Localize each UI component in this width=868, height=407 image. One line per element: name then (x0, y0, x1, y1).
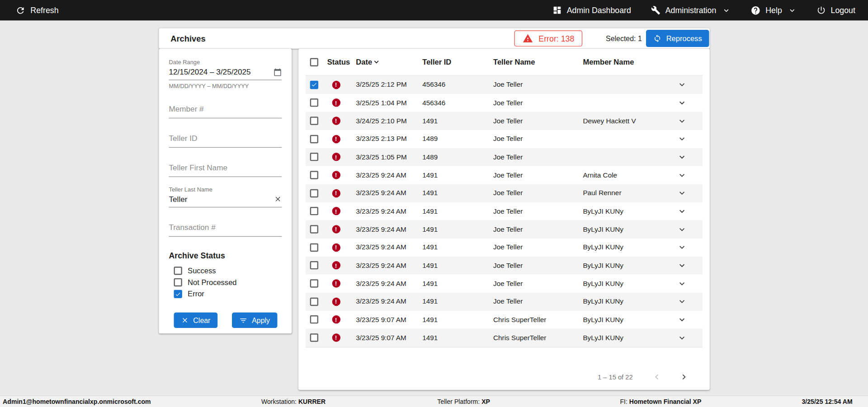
table-row[interactable]: 3/23/25 9:24 AM 1491 Joe Teller ByLyJI K… (306, 239, 703, 257)
teller-last-name-input[interactable] (169, 195, 274, 204)
row-date: 3/23/25 9:24 AM (350, 298, 417, 305)
row-teller-id: 1491 (417, 334, 488, 342)
select-all-checkbox[interactable] (310, 58, 318, 66)
table-row[interactable]: 3/23/25 9:07 AM 1491 Chris SuperTeller B… (306, 329, 703, 347)
row-checkbox[interactable] (310, 261, 318, 269)
error-status-icon (332, 135, 340, 143)
row-checkbox[interactable] (310, 243, 318, 251)
row-checkbox[interactable] (310, 189, 318, 197)
row-checkbox[interactable] (310, 333, 318, 342)
table-row[interactable]: 3/23/25 9:24 AM 1491 Joe Teller ByLyJI K… (306, 275, 703, 293)
next-page-button[interactable] (679, 372, 689, 382)
row-date: 3/24/25 2:10 PM (350, 117, 417, 125)
status-bar: Admin1@hometownfinancialxp.onmicrosoft.c… (0, 396, 868, 407)
column-header-teller-id[interactable]: Teller ID (417, 58, 488, 66)
administration-menu[interactable]: Administration (651, 5, 731, 15)
reprocess-button[interactable]: Reprocess (646, 30, 709, 47)
row-expand-button[interactable] (677, 98, 687, 108)
date-range-input[interactable]: 12/15/2024 – 3/25/2025 (169, 65, 282, 80)
row-date: 3/25/25 2:12 PM (350, 81, 417, 89)
row-expand-button[interactable] (677, 225, 687, 234)
table-row[interactable]: 3/24/25 2:10 PM 1491 Joe Teller Dewey Ha… (306, 112, 703, 130)
table-row[interactable]: 3/23/25 9:24 AM 1491 Joe Teller ByLyJI K… (306, 202, 703, 220)
table-row[interactable]: 3/23/25 9:24 AM 1491 Joe Teller ByLyJI K… (306, 220, 703, 239)
error-status-icon (332, 333, 340, 342)
logout-label: Logout (831, 6, 855, 15)
table-row[interactable]: 3/23/25 9:24 AM 1491 Joe Teller Arnita C… (306, 166, 703, 184)
row-member-name: Paul Renner (578, 189, 671, 197)
row-checkbox[interactable] (310, 225, 318, 233)
table-row[interactable]: 3/23/25 9:24 AM 1491 Joe Teller ByLyJI K… (306, 293, 703, 311)
selected-count: Selected: 1 (606, 34, 642, 42)
column-header-teller-name[interactable]: Teller Name (488, 58, 578, 66)
teller-id-input[interactable] (169, 131, 282, 148)
row-checkbox[interactable] (310, 297, 318, 305)
row-checkbox[interactable] (310, 81, 318, 89)
logout-button[interactable]: Logout (816, 5, 855, 15)
transaction-number-input[interactable] (169, 220, 282, 237)
financial-institution-info: FI: Hometown Financial XP (620, 396, 701, 407)
previous-page-button[interactable] (651, 372, 662, 382)
row-expand-button[interactable] (677, 243, 687, 253)
platform-value: XP (481, 398, 490, 405)
row-expand-button[interactable] (677, 333, 687, 343)
row-checkbox[interactable] (310, 135, 318, 143)
error-checkbox[interactable] (174, 290, 182, 298)
table-row[interactable]: 3/23/25 1:05 PM 1489 Joe Teller (306, 148, 703, 166)
checkbox-error[interactable]: Error (169, 290, 282, 298)
row-expand-button[interactable] (677, 297, 687, 307)
checkbox-not-processed[interactable]: Not Processed (169, 278, 282, 286)
chevron-down-icon (677, 170, 687, 180)
row-teller-name: Joe Teller (488, 153, 578, 161)
clear-button[interactable]: Clear (174, 313, 217, 328)
close-icon[interactable] (274, 195, 282, 203)
row-expand-button[interactable] (677, 206, 687, 216)
row-checkbox[interactable] (310, 207, 318, 215)
not-processed-checkbox[interactable] (174, 278, 182, 286)
row-expand-button[interactable] (677, 80, 687, 90)
table-row[interactable]: 3/23/25 9:24 AM 1491 Joe Teller Paul Ren… (306, 184, 703, 202)
row-date: 3/23/25 9:24 AM (350, 189, 417, 197)
admin-dashboard-button[interactable]: Admin Dashboard (552, 5, 631, 15)
chevron-down-icon (677, 152, 687, 162)
table-row[interactable]: 3/23/25 9:24 AM 1491 Joe Teller ByLyJI K… (306, 257, 703, 275)
row-date: 3/23/25 9:07 AM (350, 334, 417, 342)
error-count-label: Error: 138 (538, 34, 574, 43)
help-icon (750, 5, 760, 15)
refresh-button[interactable]: Refresh (15, 5, 58, 15)
row-expand-button[interactable] (677, 188, 687, 198)
error-status-icon (332, 279, 340, 287)
row-expand-button[interactable] (677, 315, 687, 325)
success-checkbox[interactable] (174, 267, 182, 275)
help-menu[interactable]: Help (750, 5, 796, 15)
error-status-icon (332, 153, 340, 161)
table-row[interactable]: 3/25/25 1:04 PM 456346 Joe Teller (306, 94, 703, 112)
calendar-icon[interactable] (274, 68, 282, 76)
row-date: 3/23/25 9:24 AM (350, 171, 417, 179)
row-checkbox[interactable] (310, 279, 318, 287)
table-row[interactable]: 3/23/25 9:07 AM 1491 Chris SuperTeller B… (306, 311, 703, 329)
row-expand-button[interactable] (677, 152, 687, 162)
row-expand-button[interactable] (677, 134, 687, 144)
checkbox-success[interactable]: Success (169, 267, 282, 275)
error-count-badge[interactable]: Error: 138 (514, 30, 582, 47)
row-checkbox[interactable] (310, 117, 318, 125)
row-checkbox[interactable] (310, 171, 318, 179)
member-number-input[interactable] (169, 101, 282, 118)
chevron-down-icon (677, 261, 687, 271)
row-checkbox[interactable] (310, 315, 318, 323)
row-expand-button[interactable] (677, 170, 687, 180)
table-row[interactable]: 3/23/25 2:13 PM 1489 Joe Teller (306, 130, 703, 148)
row-expand-button[interactable] (677, 116, 687, 126)
column-header-member-name[interactable]: Member Name (578, 58, 671, 66)
row-expand-button[interactable] (677, 279, 687, 289)
row-teller-name: Chris SuperTeller (488, 334, 578, 342)
table-row[interactable]: 3/25/25 2:12 PM 456346 Joe Teller (306, 76, 703, 94)
row-checkbox[interactable] (310, 153, 318, 161)
row-checkbox[interactable] (310, 99, 318, 107)
teller-first-name-input[interactable] (169, 160, 282, 177)
row-expand-button[interactable] (677, 261, 687, 271)
column-header-date[interactable]: Date (350, 57, 417, 66)
apply-button[interactable]: Apply (232, 313, 277, 328)
column-header-status[interactable]: Status (322, 58, 350, 66)
